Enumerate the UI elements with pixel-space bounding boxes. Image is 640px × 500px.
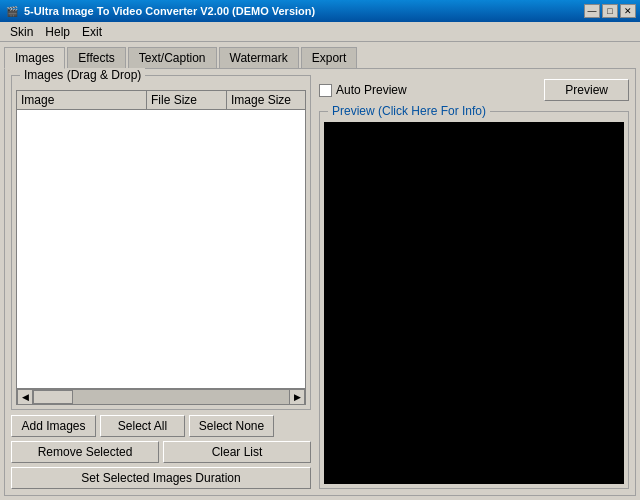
app-title: 5-Ultra Image To Video Converter V2.00 (… bbox=[24, 5, 584, 17]
auto-preview-label: Auto Preview bbox=[336, 83, 407, 97]
menu-skin[interactable]: Skin bbox=[4, 23, 39, 41]
scroll-thumb[interactable] bbox=[33, 390, 73, 404]
menu-exit[interactable]: Exit bbox=[76, 23, 108, 41]
main-window: Images Effects Text/Caption Watermark Ex… bbox=[0, 42, 640, 500]
tab-effects[interactable]: Effects bbox=[67, 47, 125, 69]
select-none-button[interactable]: Select None bbox=[189, 415, 274, 437]
tab-content: Images (Drag & Drop) Image File Size Ima… bbox=[4, 68, 636, 496]
preview-button[interactable]: Preview bbox=[544, 79, 629, 101]
tab-images[interactable]: Images bbox=[4, 47, 65, 69]
add-images-button[interactable]: Add Images bbox=[11, 415, 96, 437]
clear-list-button[interactable]: Clear List bbox=[163, 441, 311, 463]
menu-bar: Skin Help Exit bbox=[0, 22, 640, 42]
buttons-row-1: Add Images Select All Select None bbox=[11, 415, 311, 437]
preview-group[interactable]: Preview (Click Here For Info) bbox=[319, 111, 629, 489]
col-imagesize-header: Image Size bbox=[227, 91, 305, 109]
window-controls: — □ ✕ bbox=[584, 4, 636, 18]
images-table-wrapper: Image File Size Image Size ◀ ▶ bbox=[16, 90, 306, 405]
tab-bar: Images Effects Text/Caption Watermark Ex… bbox=[4, 46, 636, 68]
scroll-track[interactable] bbox=[33, 389, 289, 405]
remove-selected-button[interactable]: Remove Selected bbox=[11, 441, 159, 463]
tab-export[interactable]: Export bbox=[301, 47, 358, 69]
tab-watermark[interactable]: Watermark bbox=[219, 47, 299, 69]
table-body[interactable] bbox=[17, 110, 305, 388]
preview-canvas bbox=[324, 122, 624, 484]
preview-group-title: Preview (Click Here For Info) bbox=[328, 104, 490, 118]
images-group-title: Images (Drag & Drop) bbox=[20, 68, 145, 82]
auto-preview-checkbox[interactable] bbox=[319, 84, 332, 97]
title-bar: 🎬 5-Ultra Image To Video Converter V2.00… bbox=[0, 0, 640, 22]
close-button[interactable]: ✕ bbox=[620, 4, 636, 18]
maximize-button[interactable]: □ bbox=[602, 4, 618, 18]
buttons-row-2: Remove Selected Clear List bbox=[11, 441, 311, 463]
minimize-button[interactable]: — bbox=[584, 4, 600, 18]
set-duration-button[interactable]: Set Selected Images Duration bbox=[11, 467, 311, 489]
select-all-button[interactable]: Select All bbox=[100, 415, 185, 437]
tab-text-caption[interactable]: Text/Caption bbox=[128, 47, 217, 69]
table-header: Image File Size Image Size bbox=[17, 91, 305, 110]
col-filesize-header: File Size bbox=[147, 91, 227, 109]
images-group: Images (Drag & Drop) Image File Size Ima… bbox=[11, 75, 311, 410]
horizontal-scrollbar[interactable]: ◀ ▶ bbox=[17, 388, 305, 404]
app-icon: 🎬 bbox=[4, 3, 20, 19]
col-image-header: Image bbox=[17, 91, 147, 109]
right-panel: Auto Preview Preview Preview (Click Here… bbox=[319, 75, 629, 489]
auto-preview-container: Auto Preview bbox=[319, 83, 407, 97]
left-panel: Images (Drag & Drop) Image File Size Ima… bbox=[11, 75, 311, 489]
buttons-row-3: Set Selected Images Duration bbox=[11, 467, 311, 489]
scroll-left-btn[interactable]: ◀ bbox=[17, 389, 33, 405]
preview-controls: Auto Preview Preview bbox=[319, 75, 629, 105]
menu-help[interactable]: Help bbox=[39, 23, 76, 41]
scroll-right-btn[interactable]: ▶ bbox=[289, 389, 305, 405]
